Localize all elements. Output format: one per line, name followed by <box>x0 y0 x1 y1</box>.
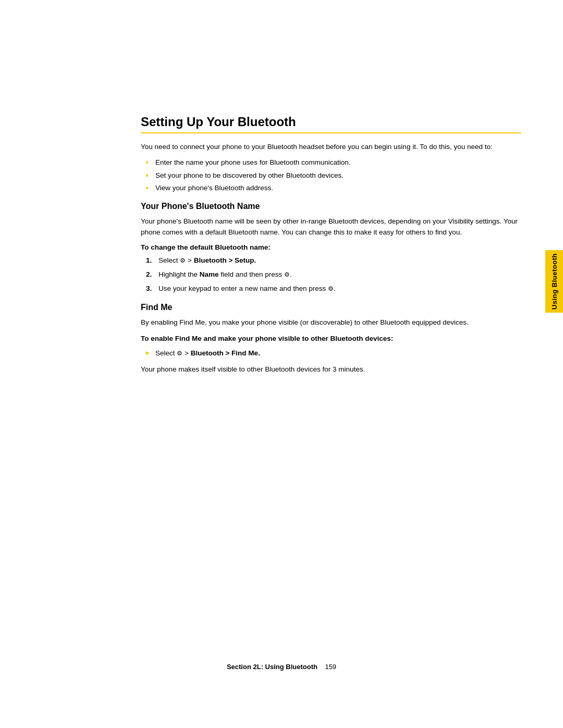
step-1-num: 1. <box>146 255 152 266</box>
step-3-num: 3. <box>146 283 152 294</box>
bluetooth-name-steps: 1. Select ⚙ > Bluetooth > Setup. 2. High… <box>146 255 521 294</box>
step-3: 3. Use your keypad to enter a new name a… <box>146 283 521 294</box>
page-footer: Section 2L: Using Bluetooth 159 <box>0 663 563 671</box>
footer-section-label: Section 2L: Using Bluetooth <box>227 663 317 671</box>
bullet-item-2: Set your phone to be discovered by other… <box>146 170 521 181</box>
bluetooth-name-body: Your phone's Bluetooth name will be seen… <box>141 216 521 238</box>
find-me-step-bold: Bluetooth > Find Me. <box>191 349 260 357</box>
enable-instruction: To enable Find Me and make your phone vi… <box>141 334 521 344</box>
gear-icon-1: ⚙ <box>180 256 186 266</box>
change-name-label: To change the default Bluetooth name: <box>141 243 521 251</box>
bullet-item-1: Enter the name your phone uses for Bluet… <box>146 157 521 168</box>
step-2-bold: Name <box>200 270 219 278</box>
step-2-num: 2. <box>146 269 152 280</box>
gear-icon-3: ⚙ <box>328 284 334 294</box>
step-1: 1. Select ⚙ > Bluetooth > Setup. <box>146 255 521 266</box>
intro-text: You need to connect your phone to your B… <box>141 142 521 152</box>
sidebar-tab-label: Using Bluetooth <box>550 253 558 310</box>
bullet-item-3: View your phone's Bluetooth address. <box>146 183 521 193</box>
gear-icon-2: ⚙ <box>284 270 290 280</box>
find-me-title: Find Me <box>141 303 521 312</box>
footer-page-number: 159 <box>325 663 336 671</box>
page: Setting Up Your Bluetooth You need to co… <box>0 0 563 728</box>
find-me-bullet-list: Select ⚙ > Bluetooth > Find Me. <box>146 348 521 359</box>
gear-icon-find-me: ⚙ <box>177 349 182 359</box>
find-me-body: By enabling Find Me, you make your phone… <box>141 317 521 328</box>
bluetooth-name-title: Your Phone's Bluetooth Name <box>141 202 521 211</box>
content-area: Setting Up Your Bluetooth You need to co… <box>141 115 521 634</box>
sidebar-tab: Using Bluetooth <box>545 250 563 313</box>
step-2: 2. Highlight the Name field and then pre… <box>146 269 521 280</box>
step-1-bold: Bluetooth > Setup. <box>194 256 256 264</box>
section-title: Setting Up Your Bluetooth <box>141 115 521 133</box>
find-me-after-text: Your phone makes itself visible to other… <box>141 364 521 375</box>
find-me-section: Find Me By enabling Find Me, you make yo… <box>141 303 521 375</box>
intro-bullet-list: Enter the name your phone uses for Bluet… <box>146 157 521 193</box>
find-me-step: Select ⚙ > Bluetooth > Find Me. <box>146 348 521 359</box>
